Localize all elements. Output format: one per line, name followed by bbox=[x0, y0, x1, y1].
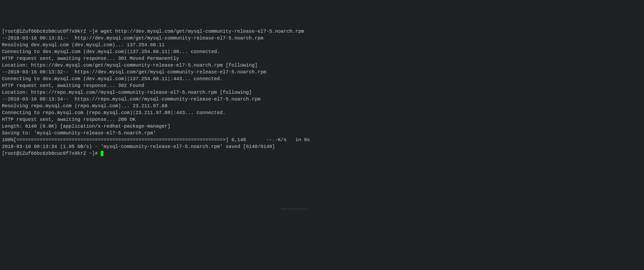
terminal-line: Connecting to dev.mysql.com (dev.mysql.c… bbox=[2, 76, 320, 82]
cursor-icon bbox=[101, 151, 103, 156]
terminal-line: Resolving repo.mysql.com (repo.mysql.com… bbox=[2, 103, 320, 109]
terminal-line: HTTP request sent, awaiting response... … bbox=[2, 116, 320, 123]
terminal-line: Saving to: 'mysql-community-release-el7-… bbox=[2, 130, 320, 137]
terminal-line: Location: https://repo.mysql.com//mysql-… bbox=[2, 89, 320, 96]
terminal-line: --2018-03-16 00:13:32-- https://dev.mysq… bbox=[2, 69, 320, 76]
terminal-line: --2018-03-16 00:13:34-- https://repo.mys… bbox=[2, 96, 320, 103]
watermark-logo-icon bbox=[309, 205, 321, 212]
terminal-line: --2018-03-16 00:13:31-- http://dev.mysql… bbox=[2, 35, 320, 42]
terminal-output[interactable]: [root@iZuf66bc6zb0cuc0f7x9krZ ~]# wget h… bbox=[2, 28, 320, 157]
terminal-line: Connecting to dev.mysql.com (dev.mysql.c… bbox=[2, 49, 320, 55]
terminal-line: Length: 6140 (6.0K) [application/x-redha… bbox=[2, 123, 320, 130]
terminal-line: 2018-03-16 00:13:34 (1.05 GB/s) - 'mysql… bbox=[2, 143, 320, 150]
terminal-line: HTTP request sent, awaiting response... … bbox=[2, 82, 320, 89]
terminal-line: 100%[===================================… bbox=[2, 137, 320, 143]
terminal-line: HTTP request sent, awaiting response... … bbox=[2, 55, 320, 62]
terminal-line: [root@iZuf66bc6zb0cuc0f7x9krZ ~]# wget h… bbox=[2, 28, 320, 35]
terminal-line: Connecting to repo.mysql.com (repo.mysql… bbox=[2, 109, 320, 116]
terminal-line: Location: https://dev.mysql.com/get/mysq… bbox=[2, 62, 320, 69]
terminal-prompt: [root@iZuf66bc6zb0cuc0f7x9krZ ~]# bbox=[2, 151, 101, 156]
watermark-text: http://blog.csdn.net/qq bbox=[281, 207, 307, 211]
terminal-line: Resolving dev.mysql.com (dev.mysql.com).… bbox=[2, 42, 320, 49]
